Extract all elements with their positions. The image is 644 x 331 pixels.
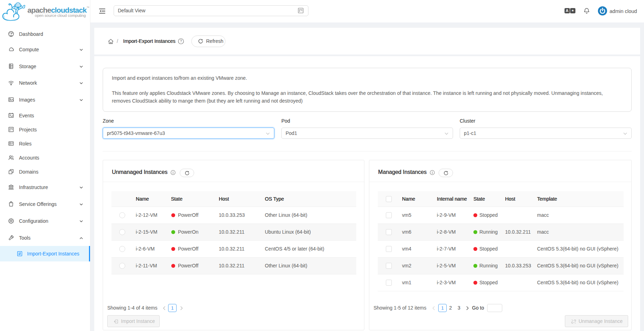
svg-text:?: ? (180, 39, 182, 43)
